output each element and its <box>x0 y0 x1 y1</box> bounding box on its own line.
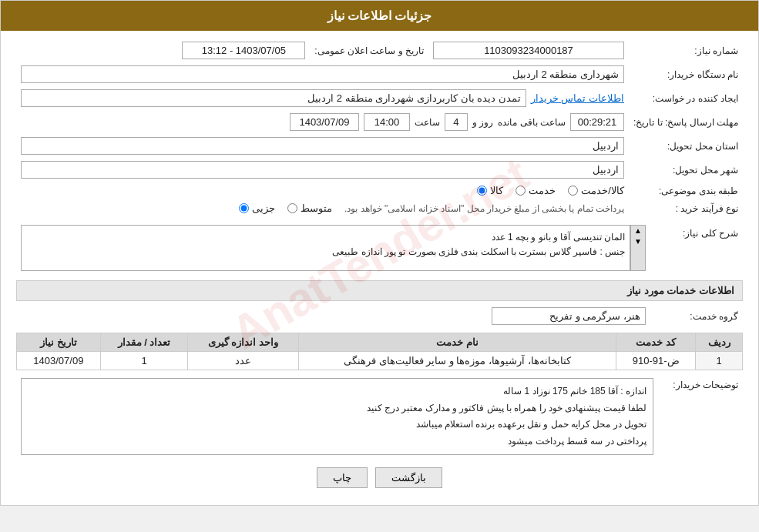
province-label: استان محل تحویل: <box>629 134 743 158</box>
process-jozvi-option[interactable]: جزیی <box>239 202 275 214</box>
category-kala-label: کالا <box>490 185 503 196</box>
description-table: شرح کلی نیاز: ▲ ▼ المان تندیسی آقا و بان… <box>16 222 743 274</box>
deadline-date: 1403/07/09 <box>290 113 359 131</box>
deadline-remaining: 00:29:21 <box>570 113 624 131</box>
contact-link[interactable]: اطلاعات تماس خریدار <box>531 92 624 104</box>
buyer-notes-label: توضیحات خریدار: <box>658 375 743 458</box>
row-count: 1 <box>100 352 188 370</box>
category-kala-option[interactable]: کالا <box>477 185 503 196</box>
col-name: نام خدمت <box>298 333 616 352</box>
category-khedmat-radio[interactable] <box>516 186 526 196</box>
deadline-label: مهلت ارسال پاسخ: تا تاریخ: <box>629 110 743 134</box>
action-buttons: بازگشت چاپ <box>16 467 743 488</box>
scroll-down-btn[interactable]: ▼ <box>631 236 645 247</box>
service-group-value: هنر، سرگرمی و تفریح <box>492 307 646 325</box>
category-khedmat-option[interactable]: خدمت <box>516 185 556 196</box>
need-number-label: شماره نیاز: <box>629 38 743 62</box>
col-count: تعداد / مقدار <box>100 333 188 352</box>
process-jozvi-label: جزیی <box>252 202 275 214</box>
creator-label: ایجاد کننده در خواست: <box>629 86 743 110</box>
services-data-table: ردیف کد خدمت نام خدمت واحد اندازه گیری ت… <box>16 333 743 370</box>
row-name: کتابخانه‌ها، آرشیوها، موزه‌ها و سایر فعا… <box>298 352 616 370</box>
col-unit: واحد اندازه گیری <box>188 333 298 352</box>
page-header: جزئیات اطلاعات نیاز <box>1 1 758 31</box>
page-title: جزئیات اطلاعات نیاز <box>327 9 432 22</box>
buyer-note-line1: اندازه : آقا 185 خانم 175 نوزاد 1 ساله <box>28 383 646 400</box>
print-button[interactable]: چاپ <box>317 467 368 488</box>
col-row: ردیف <box>696 333 743 352</box>
category-kala-khedmat-label: کالا/خدمت <box>581 185 624 196</box>
process-motavasset-label: متوسط <box>301 202 332 214</box>
category-khedmat-label: خدمت <box>529 185 556 196</box>
process-label: نوع فرآیند خرید : <box>629 199 743 217</box>
row-unit: عدد <box>188 352 298 370</box>
service-group-label: گروه خدمت: <box>650 304 743 328</box>
description-line1: المان تندیسی آقا و بانو و بچه 1 عدد <box>26 230 625 245</box>
category-radio-group: کالا/خدمت خدمت کالا <box>21 185 624 196</box>
date-value: 1403/07/05 - 13:12 <box>182 42 305 59</box>
buyer-note-line2: لطفا قیمت پیشنهادی خود را همراه با پیش ف… <box>28 400 646 417</box>
description-content: المان تندیسی آقا و بانو و بچه 1 عدد جنس … <box>26 230 625 259</box>
process-motavasset-option[interactable]: متوسط <box>287 202 332 214</box>
back-button[interactable]: بازگشت <box>375 467 442 488</box>
services-section-title: اطلاعات خدمات مورد نیاز <box>16 280 743 301</box>
category-kala-radio[interactable] <box>477 186 487 196</box>
deadline-days-label: روز و <box>472 117 493 128</box>
org-label: نام دستگاه خریدار: <box>629 62 743 86</box>
category-label: طبقه بندی موضوعی: <box>629 182 743 199</box>
need-number-value: 1103093234000187 <box>433 42 624 59</box>
org-value: شهرداری منطقه 2 اردبیل <box>21 65 624 83</box>
process-jozvi-radio[interactable] <box>239 203 249 213</box>
creator-value: تمدن دیده بان کاربردازی شهرداری منطقه 2 … <box>21 89 526 107</box>
process-motavasset-radio[interactable] <box>287 203 297 213</box>
buyer-note-line3: تحویل در محل کرایه حمل و نقل برعهده برند… <box>28 417 646 433</box>
col-code: کد خدمت <box>616 333 696 352</box>
deadline-days: 4 <box>445 113 468 131</box>
buyer-note-line4: پرداختی در سه قسط پرداخت میشود <box>28 433 646 450</box>
service-group-table: گروه خدمت: هنر، سرگرمی و تفریح <box>16 304 743 328</box>
category-kala-khedmat-option[interactable]: کالا/خدمت <box>568 185 624 196</box>
deadline-time: 14:00 <box>364 113 410 131</box>
row-code: ض-91-910 <box>616 352 696 370</box>
process-note: پرداخت تمام یا بخشی از مبلغ خریدار محل "… <box>344 203 624 214</box>
description-box: المان تندیسی آقا و بانو و بچه 1 عدد جنس … <box>21 225 630 271</box>
row-date: 1403/07/09 <box>17 352 101 370</box>
city-label: شهر محل تحویل: <box>629 158 743 182</box>
col-date: تاریخ نیاز <box>17 333 101 352</box>
scroll-up-btn[interactable]: ▲ <box>631 226 645 236</box>
main-info-table: شماره نیاز: 1103093234000187 تاریخ و ساع… <box>16 38 743 217</box>
table-row: 1 ض-91-910 کتابخانه‌ها، آرشیوها، موزه‌ها… <box>17 352 743 370</box>
description-line2: جنس : فاسپر گلاس بسترت با اسکلت بندی فلز… <box>26 245 625 259</box>
deadline-remaining-label: ساعت باقی مانده <box>498 117 566 128</box>
buyer-notes-content: اندازه : آقا 185 خانم 175 نوزاد 1 ساله ل… <box>21 378 653 455</box>
province-value: اردبیل <box>21 137 624 155</box>
date-label: تاریخ و ساعت اعلان عمومی: <box>310 38 428 62</box>
buyer-notes-table: توضیحات خریدار: اندازه : آقا 185 خانم 17… <box>16 375 743 458</box>
city-value: اردبیل <box>21 161 624 179</box>
description-scroll[interactable]: ▲ ▼ <box>630 225 646 271</box>
category-kala-khedmat-radio[interactable] <box>568 186 578 196</box>
deadline-time-label: ساعت <box>415 117 440 128</box>
process-radio-group: پرداخت تمام یا بخشی از مبلغ خریدار محل "… <box>21 202 624 214</box>
description-label: شرح کلی نیاز: <box>650 222 743 274</box>
row-number: 1 <box>696 352 743 370</box>
